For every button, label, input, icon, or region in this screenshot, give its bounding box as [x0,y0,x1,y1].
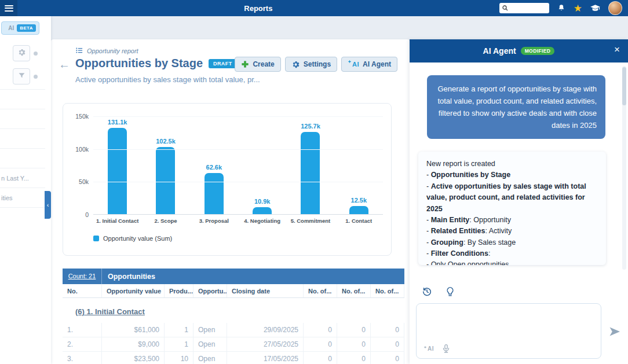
table-column-headers: No.Opportunity valueProdu...Opportu...Cl… [63,284,404,298]
topbar-actions: ★ [499,1,628,15]
column-header[interactable]: No. of... [304,284,337,297]
filter-indicator-dot [34,75,38,79]
page-title: Opportunities by Stage [75,57,203,70]
breadcrumb[interactable]: Opportunity report [75,46,138,56]
ai-agent-panel: AI Agent MODIFIED × Generate a report of… [410,39,628,364]
ai-panel-title: AI Agent [483,46,516,56]
ai-input[interactable] [420,307,597,340]
gridline [93,149,383,150]
table-cell: 1. [63,323,102,337]
settings-indicator-dot [34,52,38,56]
chart-xlabels: 1. Initial Contact2. Scope3. Proposal4. … [93,218,383,224]
table-cell: 27/05/2025 [227,337,304,351]
column-header[interactable]: No. of... [337,284,371,297]
column-header[interactable]: Opportunity value [102,284,165,297]
response-line: - Active opportunities by sales stage wi… [426,181,598,215]
y-tick-label: 50k [68,178,89,185]
ai-sparkle-icon: AI [348,61,359,68]
send-button[interactable] [607,325,622,340]
table-cell: 0 [371,323,404,337]
chart-bar[interactable] [253,207,272,214]
column-header[interactable]: Opportu... [193,284,227,297]
bar-value-label: 102.5k [156,138,176,145]
topbar: Reports ★ [0,0,628,16]
bar-slot: 62.6k [190,116,238,214]
table-cell: 0 [304,337,337,351]
favorites-star-icon[interactable]: ★ [574,3,582,13]
table-row[interactable]: 1.$61,0001Open29/09/2025000 [63,323,404,337]
report-subtitle: Active opportunities by sales stage with… [75,75,260,84]
record-count-link[interactable]: Count: 21 [63,269,102,284]
search-box[interactable] [499,3,549,13]
table-body: 1.$61,0001Open29/09/20250002.$9,0001Open… [63,323,404,364]
sidebar-list-item[interactable] [0,149,45,168]
response-line: - Related Entities: Activity [426,226,598,237]
chart-legend[interactable]: Opportunity value (Sum) [93,235,172,242]
breadcrumb-label: Opportunity report [87,47,138,54]
chart-bar[interactable] [205,173,224,214]
gridline [93,182,383,182]
legend-swatch [93,236,99,241]
search-input[interactable] [510,5,545,12]
user-avatar[interactable] [608,1,622,15]
sidebar-list-item[interactable] [0,129,45,149]
settings-button-label: Settings [304,60,331,68]
beta-badge: BETA [17,24,36,32]
back-arrow-icon[interactable]: ← [59,58,70,71]
x-axis-label: 5. Commitment [286,218,334,224]
ai-panel-header: AI Agent MODIFIED × [410,39,628,62]
learning-cap-icon[interactable] [590,3,601,14]
column-header[interactable]: Produ... [165,284,193,297]
sidebar-list-item[interactable] [0,90,45,109]
close-icon[interactable]: × [614,45,620,54]
ai-agent-button[interactable]: AI AI Agent [341,57,397,72]
table-cell: Open [193,323,227,337]
sidebar-filter-button[interactable] [13,68,30,84]
history-icon[interactable] [420,285,434,299]
plus-icon [241,60,249,68]
table-row[interactable]: 3.$23,50010Open17/05/2025000 [63,352,404,364]
chat-scrollbar-thumb[interactable] [622,67,626,105]
sidebar-settings-button[interactable] [13,45,30,61]
chevron-left-icon: ‹ [47,201,49,208]
sidebar-list-item[interactable]: n Last Y... [0,168,45,188]
report-list-icon [75,46,83,56]
chart-bar[interactable] [108,128,127,214]
notifications-bell-icon[interactable] [557,3,566,13]
sidebar-collapse-handle[interactable]: ‹ [45,191,51,219]
table-cell: 0 [304,323,337,337]
column-header[interactable]: Closing date [227,284,304,297]
chart-bar[interactable] [301,132,320,214]
column-header[interactable]: No. of... [371,284,404,297]
x-axis-label: 3. Proposal [190,218,238,224]
x-axis-label: 4. Negotiating [238,218,286,224]
table-cell: Open [193,352,227,364]
table-cell: 0 [371,337,404,351]
table-row[interactable]: 2.$9,0001Open27/05/2025000 [63,337,404,352]
lightbulb-icon[interactable] [443,285,457,299]
bar-value-label: 10.9k [254,198,271,205]
chat-tools [420,285,457,299]
hamburger-menu-button[interactable] [0,0,17,16]
column-header[interactable]: No. [63,284,102,297]
group-header-link[interactable]: (6) 1. Initial Contact [75,307,404,316]
settings-button[interactable]: Settings [285,57,337,72]
gridline [93,116,383,117]
table-cell: 1 [165,323,193,337]
ai-message-input-box: AI [416,303,601,359]
create-button[interactable]: Create [235,57,280,72]
gear-icon [291,60,300,69]
x-axis-label: 1. Contact [335,218,383,224]
microphone-icon[interactable] [441,343,451,354]
left-sidebar: AI BETA n Last Y... ities ‹ [0,16,51,364]
sidebar-list-item[interactable]: ities [0,188,45,208]
page-header-title: Reports [17,4,499,13]
chart-bar[interactable] [156,147,175,214]
response-line: - Main Entity: Opportunity [426,215,598,226]
report-main-panel: Opportunity report ← Opportunities by St… [51,39,410,364]
bar-slot: 102.5k [141,116,189,214]
sidebar-list-item[interactable] [0,109,45,129]
bar-value-label: 125.7k [301,123,320,130]
chart-bar[interactable] [349,206,368,214]
modified-badge: MODIFIED [521,47,555,55]
